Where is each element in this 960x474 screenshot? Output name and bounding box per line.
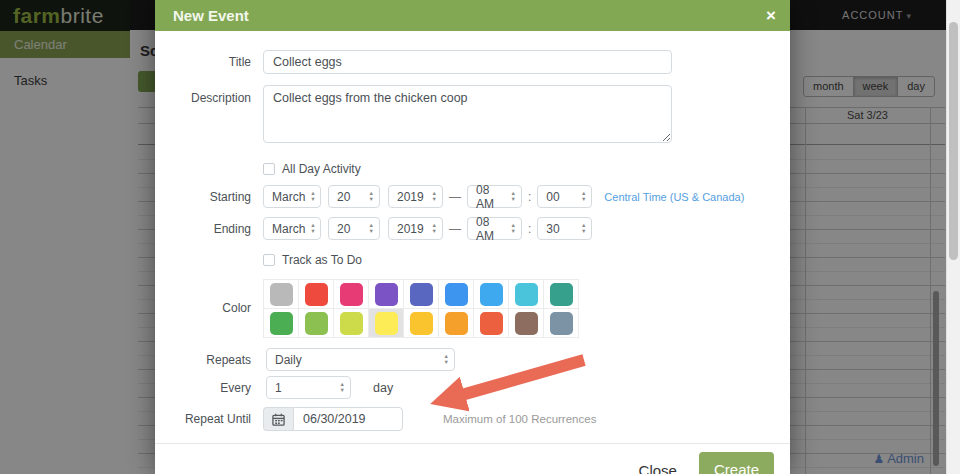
ending-hour-select[interactable]: 08 AM▲▼ [467,217,522,240]
color-swatch [480,312,503,335]
color-swatch-cell[interactable] [369,309,404,338]
spinner-icon: ▲▼ [511,223,516,235]
color-swatch-cell[interactable] [544,309,579,338]
recurrence-note: Maximum of 100 Recurrences [443,413,596,425]
ending-minute-select[interactable]: 30▲▼ [537,217,592,240]
color-swatch-cell[interactable] [299,280,334,309]
calendar-icon [263,407,293,431]
time-colon: : [528,190,531,204]
all-day-checkbox[interactable] [263,163,275,175]
modal-title: New Event [173,7,766,24]
close-icon[interactable]: × [766,7,776,24]
color-swatch-cell[interactable] [544,280,579,309]
starting-month-value: March [272,190,305,204]
spinner-icon: ▲▼ [310,223,315,235]
date-time-dash: — [449,222,461,236]
spinner-icon: ▲▼ [581,223,586,235]
spinner-icon: ▲▼ [511,191,516,203]
starting-hour-select[interactable]: 08 AM▲▼ [467,185,522,208]
color-swatch-cell[interactable] [474,309,509,338]
repeats-value: Daily [275,353,302,367]
color-swatch [375,312,398,335]
ending-minute-value: 30 [546,222,559,236]
color-swatch-cell[interactable] [439,280,474,309]
starting-minute-value: 00 [546,190,559,204]
spinner-icon: ▲▼ [581,191,586,203]
color-swatch-cell[interactable] [264,309,299,338]
starting-year-select[interactable]: 2019▲▼ [388,185,443,208]
color-swatch-cell[interactable] [404,309,439,338]
starting-year-value: 2019 [397,190,424,204]
starting-hour-value: 08 AM [476,183,506,211]
color-swatch [550,283,573,306]
color-swatch-cell[interactable] [509,309,544,338]
repeat-until-label: Repeat Until [170,412,263,426]
create-button[interactable]: Create [699,452,774,474]
repeats-select[interactable]: Daily▲▼ [266,348,455,371]
color-swatch [410,312,433,335]
color-swatch-cell[interactable] [439,309,474,338]
ending-label: Ending [170,222,263,236]
description-label: Description [170,85,263,105]
ending-year-value: 2019 [397,222,424,236]
spinner-icon: ▲▼ [444,354,449,366]
date-time-dash: — [449,190,461,204]
starting-day-select[interactable]: 20▲▼ [328,185,380,208]
color-swatch-cell[interactable] [509,280,544,309]
scrollbar-thumb[interactable] [949,22,958,260]
color-swatch [515,312,538,335]
modal-header: New Event × [155,0,790,31]
color-swatch [550,312,573,335]
every-unit: day [373,381,393,395]
spinner-icon: ▲▼ [432,191,437,203]
timezone-link[interactable]: Central Time (US & Canada) [604,191,744,203]
color-swatch-cell[interactable] [474,280,509,309]
starting-minute-select[interactable]: 00▲▼ [537,185,592,208]
every-value: 1 [275,381,282,395]
ending-day-select[interactable]: 20▲▼ [328,217,380,240]
color-swatch [305,312,328,335]
color-swatch [410,283,433,306]
color-swatch [340,283,363,306]
new-event-modal: New Event × Title Description Collect eg… [155,0,790,474]
spinner-icon: ▲▼ [310,191,315,203]
browser-scrollbar[interactable] [946,0,960,474]
color-swatch [480,283,503,306]
repeat-until-input[interactable] [293,407,403,431]
track-todo-checkbox[interactable] [263,254,275,266]
close-button[interactable]: Close [625,454,691,474]
ending-day-value: 20 [337,222,350,236]
color-grid [263,279,579,338]
every-select[interactable]: 1▲▼ [266,376,351,399]
color-swatch [375,283,398,306]
modal-body: Title Description Collect eggs from the … [155,31,790,431]
color-swatch-cell[interactable] [369,280,404,309]
color-swatch-cell[interactable] [264,280,299,309]
color-swatch [515,283,538,306]
color-swatch [270,312,293,335]
repeats-label: Repeats [170,353,263,367]
ending-year-select[interactable]: 2019▲▼ [388,217,443,240]
color-swatch-cell[interactable] [334,309,369,338]
spinner-icon: ▲▼ [432,223,437,235]
starting-month-select[interactable]: March▲▼ [263,185,321,208]
description-textarea[interactable]: Collect eggs from the chicken coop [263,85,672,143]
app-root: ACCOUNT▾ farmbrite CalendarTasks Schedul… [0,0,960,474]
ending-month-select[interactable]: March▲▼ [263,217,321,240]
starting-day-value: 20 [337,190,350,204]
title-label: Title [170,55,263,69]
color-swatch [270,283,293,306]
ending-hour-value: 08 AM [476,215,506,243]
starting-label: Starting [170,190,263,204]
every-label: Every [170,381,263,395]
color-swatch-cell[interactable] [299,309,334,338]
title-input[interactable] [263,50,672,74]
spinner-icon: ▲▼ [369,191,374,203]
ending-month-value: March [272,222,305,236]
time-colon: : [528,222,531,236]
color-swatch-cell[interactable] [404,280,439,309]
spinner-icon: ▲▼ [369,223,374,235]
modal-footer: Close Create [155,443,790,474]
color-swatch-cell[interactable] [334,280,369,309]
color-swatch [445,312,468,335]
